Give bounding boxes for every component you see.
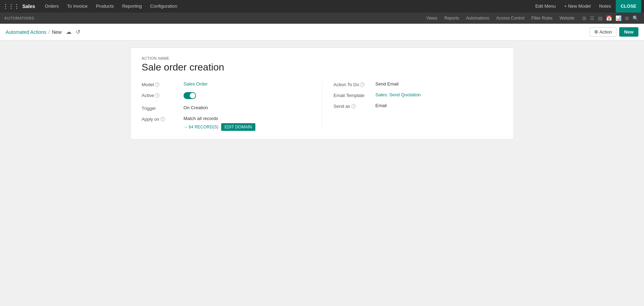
kanban-view-icon[interactable]: ⊞ [581, 15, 588, 21]
toolbar-right: ⚙ Action New [590, 27, 638, 37]
pivot-view-icon[interactable]: ⊞ [623, 15, 630, 21]
new-button[interactable]: New [619, 27, 638, 37]
email-template-label: Email Template [334, 92, 375, 98]
nav-products[interactable]: Products [92, 0, 118, 13]
action-to-do-value[interactable]: Send Email [375, 81, 502, 87]
action-to-do-label: Action To Do ? [334, 81, 375, 87]
sec-view-icons: ⊞ ☰ ▤ 📅 📊 ⊞ 🔍 [581, 15, 640, 21]
breadcrumb-bar: Automated Actions / New ☁ ↺ ⚙ Action New [0, 24, 644, 40]
breadcrumb-separator: / [48, 29, 50, 35]
send-as-label: Send as ? [334, 103, 375, 109]
sec-nav-reports[interactable]: Reports [441, 13, 463, 24]
records-count: 64 RECORD(S) [189, 125, 218, 129]
email-template-value[interactable]: Sales: Send Quotation [375, 92, 502, 97]
email-template-row: Email Template Sales: Send Quotation [334, 92, 502, 98]
sec-nav-website[interactable]: Website [556, 13, 578, 24]
form-grid: Model ? Sales Order Active ? [142, 81, 502, 131]
breadcrumb-parent[interactable]: Automated Actions [6, 29, 46, 35]
action-name-value[interactable]: Sale order creation [142, 62, 502, 73]
apply-on-help-icon[interactable]: ? [160, 117, 165, 121]
calendar-view-icon[interactable]: 📅 [605, 15, 613, 21]
nav-configuration[interactable]: Configuration [146, 0, 181, 13]
action-to-do-help-icon[interactable]: ? [360, 82, 365, 87]
reset-icon[interactable]: ↺ [76, 29, 80, 35]
form-card: Action Name Sale order creation Model ? … [130, 47, 514, 140]
active-label: Active ? [142, 92, 184, 98]
trigger-row: Trigger On Creation [142, 105, 311, 111]
action-name-label: Action Name [142, 56, 502, 60]
active-row: Active ? [142, 92, 311, 100]
apply-on-section: Apply on ? Match all records → 64 RECORD… [142, 116, 311, 131]
records-arrow: → [184, 125, 188, 129]
form-left-column: Model ? Sales Order Active ? [142, 81, 322, 131]
save-cloud-icon[interactable]: ☁ [66, 29, 72, 35]
trigger-label: Trigger [142, 105, 184, 111]
send-as-row: Send as ? Email [334, 103, 502, 109]
model-help-icon[interactable]: ? [155, 82, 159, 87]
sec-nav-filter-rules[interactable]: Filter Rules [528, 13, 556, 24]
active-toggle-container [184, 92, 311, 100]
apply-on-value: Match all records [184, 116, 311, 121]
top-navigation: ⋮⋮⋮ Sales Orders To Invoice Products Rep… [0, 0, 644, 13]
sec-nav-links: Views Reports Automations Access Control… [423, 13, 578, 24]
apply-on-row: Apply on ? Match all records [142, 116, 311, 122]
action-button[interactable]: ⚙ Action [590, 27, 616, 37]
edit-domain-button[interactable]: EDIT DOMAIN [221, 123, 255, 131]
breadcrumb-current: New [52, 29, 62, 35]
send-as-value[interactable]: Email [375, 103, 502, 108]
sec-nav-automations[interactable]: Automations [463, 13, 493, 24]
brand-name: Sales [22, 3, 35, 9]
close-button[interactable]: CLOSE [616, 0, 641, 13]
main-content: Action Name Sale order creation Model ? … [0, 40, 644, 306]
nav-to-invoice[interactable]: To Invoice [63, 0, 92, 13]
model-row: Model ? Sales Order [142, 81, 311, 87]
search-icon[interactable]: 🔍 [631, 15, 640, 21]
form-right-column: Action To Do ? Send Email Email Template… [322, 81, 502, 131]
top-right-actions: Edit Menu + New Model Notes CLOSE [532, 0, 641, 13]
records-link[interactable]: → 64 RECORD(S) [184, 125, 218, 129]
edit-menu-button[interactable]: Edit Menu [532, 0, 559, 13]
action-to-do-row: Action To Do ? Send Email [334, 81, 502, 87]
nav-reporting[interactable]: Reporting [118, 0, 146, 13]
model-label: Model ? [142, 81, 184, 87]
active-toggle[interactable] [184, 92, 196, 99]
records-row: → 64 RECORD(S) EDIT DOMAIN [184, 123, 311, 131]
form-view-icon[interactable]: ▤ [597, 15, 604, 21]
active-help-icon[interactable]: ? [155, 93, 159, 98]
trigger-value[interactable]: On Creation [184, 105, 311, 110]
main-nav-items: Orders To Invoice Products Reporting Con… [41, 0, 532, 13]
breadcrumb: Automated Actions / New ☁ ↺ [6, 29, 590, 35]
sec-nav-views[interactable]: Views [423, 13, 441, 24]
new-model-button[interactable]: + New Model [561, 0, 594, 13]
sec-nav-access-control[interactable]: Access Control [493, 13, 528, 24]
send-as-help-icon[interactable]: ? [351, 104, 356, 109]
nav-orders[interactable]: Orders [41, 0, 63, 13]
list-view-icon[interactable]: ☰ [589, 15, 596, 21]
section-title: AUTOMATIONS [4, 16, 423, 20]
apply-on-label: Apply on ? [142, 116, 184, 122]
model-value[interactable]: Sales Order [184, 81, 311, 87]
graph-view-icon[interactable]: 📊 [614, 15, 623, 21]
notes-button[interactable]: Notes [596, 0, 614, 13]
secondary-navigation: AUTOMATIONS Views Reports Automations Ac… [0, 13, 644, 24]
apps-icon[interactable]: ⋮⋮⋮ [3, 3, 20, 10]
